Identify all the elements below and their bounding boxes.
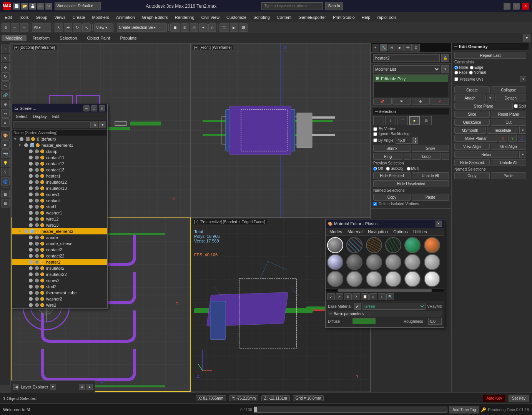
me-tb-6[interactable]: ⌂ (369, 293, 377, 300)
mat-ball-9[interactable] (366, 254, 382, 270)
detach-btn[interactable]: Detach (495, 95, 527, 101)
object-name-input[interactable] (373, 54, 440, 62)
z-axis-btn[interactable]: Z (518, 135, 526, 142)
cut-btn[interactable]: Cut (491, 119, 526, 126)
tessellate-settings-btn[interactable]: ▾ (519, 127, 526, 134)
viewport-front[interactable]: [+] [Front] [Wireframe] (191, 43, 371, 217)
tab-selection[interactable]: Selection (56, 35, 81, 41)
eg-unhide-all-btn[interactable]: Unhide All (491, 159, 526, 166)
border-btn[interactable]: ⌒ (397, 116, 408, 125)
se-tree-item-stud2[interactable]: stud2 (12, 284, 107, 290)
hierarchy-tab[interactable]: H (388, 44, 396, 51)
roughness-input[interactable] (428, 318, 442, 325)
base-mat-paint-btn[interactable]: 🖌 (354, 303, 361, 310)
tab-populate[interactable]: Populate (116, 35, 140, 41)
shrink-btn[interactable]: Shrink (373, 145, 411, 152)
me-scrollbar[interactable] (326, 289, 444, 292)
mat-ball-18[interactable] (424, 271, 440, 287)
mat-ball-12[interactable] (424, 254, 440, 270)
me-tb-2[interactable]: ↗ (336, 293, 343, 300)
grid-align-btn[interactable]: Grid Align (491, 143, 526, 150)
se-tree-item-contact2[interactable]: contact2 (12, 247, 107, 253)
view-align-btn[interactable]: View Align (454, 143, 490, 150)
preview-multi[interactable]: Multi (407, 166, 419, 171)
se-tree-item-insulator22[interactable]: insulator22 (12, 271, 107, 277)
preview-subobj[interactable]: SubObj (386, 166, 403, 171)
split-check[interactable] (514, 104, 518, 108)
mat-ball-11[interactable] (404, 254, 421, 270)
me-close-btn[interactable]: ✕ (436, 221, 442, 227)
menu-modifiers[interactable]: Modifiers (89, 14, 112, 20)
lt-link[interactable]: 🔗 (1, 91, 10, 99)
menu-content[interactable]: Content (274, 14, 295, 20)
menu-civil-view[interactable]: Civil View (198, 14, 223, 20)
se-display-menu[interactable]: Display (31, 114, 49, 119)
me-tb-8[interactable]: 🔍 (386, 293, 394, 300)
menu-help[interactable]: Help (359, 14, 374, 20)
msmooth-btn[interactable]: MSmooth (454, 127, 486, 134)
create-tab[interactable]: + (372, 44, 379, 51)
lt-helper[interactable]: ? (1, 168, 10, 176)
tb-various-5[interactable]: A (208, 23, 216, 32)
se-close-btn[interactable]: ✕ (99, 105, 105, 111)
spinner-down[interactable]: ▼ (413, 140, 418, 144)
preserve-uvs-check[interactable] (454, 77, 458, 81)
se-search-btn[interactable]: ▼ (99, 121, 106, 128)
by-angle-check[interactable] (373, 138, 377, 142)
save-btn[interactable]: 💾 (29, 3, 36, 10)
edge-btn[interactable]: / (385, 116, 396, 125)
slice-btn[interactable]: Slice (454, 111, 490, 118)
delete-isolated-check[interactable] (373, 202, 377, 206)
se-tree-item-contact13[interactable]: contact13 (12, 167, 107, 173)
collapse-btn[interactable]: Collapse (491, 86, 526, 93)
se-tree-item-heater2[interactable]: heater2 (12, 259, 107, 265)
se-tree-item-insulator13[interactable]: insulator13 (12, 185, 107, 191)
menu-views[interactable]: Views (51, 14, 68, 20)
lt-align[interactable]: ≡ (1, 118, 10, 127)
se-tree-item-washer2[interactable]: washer2 (12, 296, 107, 302)
tb-various-3[interactable]: ◎ (190, 23, 198, 32)
tb-various-2[interactable]: ⊞ (181, 23, 189, 32)
base-mat-dropdown[interactable]: Green (362, 303, 426, 310)
make-unique-btn[interactable]: ⊕ (412, 98, 430, 105)
grow-btn[interactable]: Grow (412, 145, 449, 152)
menu-tools[interactable]: Tools (16, 14, 32, 20)
set-key-btn[interactable]: Set Key (509, 395, 529, 402)
search-input[interactable] (261, 2, 323, 10)
menu-scripting[interactable]: Scripting (250, 14, 273, 20)
loop-btn[interactable]: Loop (412, 153, 441, 160)
me-tb-1[interactable]: ↙ (327, 293, 335, 300)
layer-settings-btn[interactable]: ⚙ (79, 384, 85, 390)
remove-mod-btn[interactable]: ✕ (431, 98, 449, 105)
lt-mirror[interactable]: ⇔ (1, 109, 10, 118)
lt-snap[interactable]: ⊕ (1, 100, 10, 108)
mat-ball-17[interactable] (404, 271, 421, 287)
mat-ball-5[interactable] (404, 237, 421, 253)
angle-spinner[interactable]: ▲ ▼ (396, 137, 418, 144)
undo-btn[interactable]: ↩ (37, 3, 44, 10)
attach-btn[interactable]: Attach (454, 95, 486, 101)
menu-animation[interactable]: Animation (113, 14, 138, 20)
constraint-normal[interactable]: Normal (469, 70, 486, 75)
eg-copy-btn[interactable]: Copy (454, 172, 490, 179)
open-btn[interactable]: 📂 (21, 3, 28, 10)
menu-group[interactable]: Group (33, 14, 51, 20)
display-tab[interactable]: 👁 (404, 44, 412, 51)
mat-ball-4[interactable] (385, 237, 401, 253)
se-minimize-btn[interactable]: ─ (83, 105, 90, 111)
mat-ball-8[interactable] (346, 254, 362, 270)
lt-rotate[interactable]: ↻ (1, 72, 10, 81)
constraint-none[interactable]: None (454, 65, 468, 70)
diffuse-color-swatch[interactable] (352, 318, 376, 324)
se-tree-item-anode[interactable]: anode (12, 234, 107, 241)
tb-various-4[interactable]: ✦ (199, 23, 208, 32)
menu-gameexporter[interactable]: GameExporter (295, 14, 329, 20)
lt-select[interactable]: ↖ (1, 54, 10, 62)
tb-btn-2[interactable]: ↩ (11, 23, 19, 32)
se-tree-item-sealant[interactable]: sealant (12, 198, 107, 204)
se-tree-item-wire13[interactable]: wire13 (12, 222, 107, 228)
se-tree-item-insulator12[interactable]: insulator12 (12, 179, 107, 185)
relax-settings-btn[interactable]: ▾ (519, 151, 526, 158)
relax-btn[interactable]: Relax (454, 151, 518, 158)
minimize-btn[interactable]: ─ (504, 3, 510, 10)
